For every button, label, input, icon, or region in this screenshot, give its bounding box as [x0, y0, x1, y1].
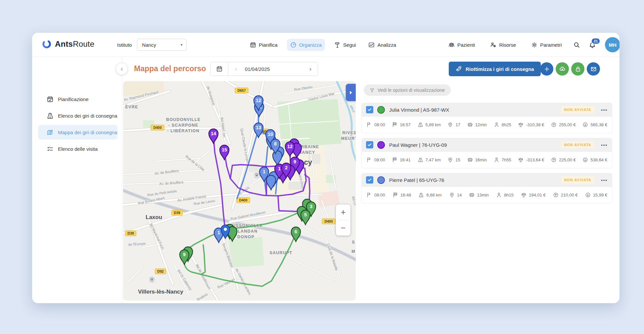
tab-pianifica[interactable]: Pianifica: [247, 39, 281, 51]
route-status-badge: NON AVVIATA: [561, 106, 595, 113]
brand-bold: Ants: [55, 39, 73, 48]
institute-select[interactable]: Nancy ▾: [137, 39, 187, 51]
expand-panel-button[interactable]: [346, 84, 356, 101]
stat-end: 16:48: [392, 192, 411, 198]
sidebar-item-label: Mappa dei giri di consegna: [58, 130, 117, 135]
sidebar-item-mappa-giri[interactable]: Mappa dei giri di consegna: [38, 125, 117, 139]
stat-in: 210,00 €: [553, 192, 578, 198]
route-map[interactable]: D657D400D65D400D39D39D400D92Av. Raymond …: [123, 81, 356, 301]
download-cloud-button[interactable]: [556, 62, 569, 76]
route-checkbox[interactable]: [366, 141, 373, 148]
route-name: Julia Virmond | AS-987-WX: [389, 107, 561, 113]
nav-label: Risorse: [499, 42, 516, 48]
stat-out: 15,99 €: [585, 192, 607, 198]
rocket-icon: [455, 66, 462, 72]
reoptimize-label: Riottimizza i giri di consegna: [466, 66, 534, 72]
calendar-icon: [216, 66, 223, 72]
stat-duration: 7h55: [494, 157, 511, 163]
previous-day-button[interactable]: ‹: [228, 62, 244, 76]
finish-flag-icon: [392, 157, 397, 163]
antsroute-app-window: AntsRoute Istituto Nancy ▾ Pianifica Org…: [32, 33, 620, 303]
route-name: Pierre Patel | 65-UYG-76: [389, 177, 561, 183]
stat-start: 08:00: [366, 192, 385, 198]
gear-icon: [531, 42, 537, 48]
route-status-badge: NON AVVIATA: [561, 141, 595, 148]
route-color-dot: [377, 176, 385, 184]
stat-value: 15: [455, 157, 460, 162]
route-stats: 08:0016:417,47 km1516min7h55-313,64 €225…: [361, 152, 612, 168]
road-icon: [418, 192, 424, 198]
lock-icon: [575, 66, 581, 73]
sidebar-item-pianificazione[interactable]: Pianificazione: [38, 92, 117, 106]
city-label: Laxou: [146, 214, 162, 220]
nav-risorse[interactable]: Risorse: [487, 39, 519, 51]
add-route-button[interactable]: [540, 62, 553, 76]
nav-parametri[interactable]: Parametri: [528, 39, 565, 51]
stat-value: 16:48: [400, 193, 411, 197]
send-mail-button[interactable]: [587, 62, 600, 76]
sidebar-item-label: Elenco delle visita: [58, 146, 98, 152]
svg-text:12: 12: [287, 144, 293, 149]
zoom-out-button[interactable]: −: [336, 220, 350, 236]
chart-icon: [368, 42, 375, 48]
sidebar-divider: [122, 57, 122, 303]
finish-flag-icon: [392, 122, 397, 128]
reoptimize-button[interactable]: Riottimizza i giri di consegna: [449, 62, 541, 76]
stat-value: 210,00 €: [561, 193, 578, 197]
svg-text:12: 12: [256, 98, 261, 103]
brand-rest: Route: [73, 39, 94, 48]
nav-pazienti[interactable]: Pazienti: [445, 39, 478, 51]
check-icon: [367, 107, 372, 112]
stat-value: 8h25: [502, 122, 511, 127]
stat-in: 225,00 €: [551, 157, 576, 163]
lock-button[interactable]: [571, 62, 584, 76]
stat-stops: 14: [449, 192, 462, 198]
search-button[interactable]: [574, 42, 580, 48]
avatar[interactable]: MH: [605, 37, 620, 52]
zoom-in-button[interactable]: +: [336, 204, 350, 220]
route-stats: 08:0016:486,66 km1413min8h15194,01 €210,…: [361, 187, 612, 203]
pin-icon: [449, 192, 455, 198]
tab-analizza[interactable]: Analizza: [365, 39, 399, 51]
notifications-button[interactable]: 21: [588, 41, 596, 49]
stat-start: 08:00: [366, 122, 385, 128]
svg-text:1: 1: [217, 230, 220, 235]
arrow-down-circle-icon: [582, 122, 588, 128]
current-date[interactable]: 01/04/2025: [244, 62, 303, 76]
cloud-download-icon: [559, 66, 566, 73]
route-menu-button[interactable]: •••: [601, 178, 608, 183]
route-menu-button[interactable]: •••: [601, 142, 608, 147]
secondary-nav: Pazienti Risorse Parametri 21 MH: [445, 33, 620, 57]
sidebar-item-elenco-visite[interactable]: Elenco delle visita: [38, 141, 117, 156]
district-label: SAURUPT: [270, 250, 293, 255]
stat-balance: 194,01 €: [521, 192, 546, 198]
display-options-button[interactable]: Vedi le opzioni di visualizzazione: [364, 84, 451, 96]
top-navbar: AntsRoute Istituto Nancy ▾ Pianifica Org…: [32, 33, 620, 57]
stat-value: 08:00: [374, 157, 385, 162]
tab-segui[interactable]: Segui: [331, 39, 359, 51]
route-menu-button[interactable]: •••: [601, 107, 608, 112]
stat-value: 17: [455, 122, 460, 127]
pin-icon: [447, 122, 453, 128]
svg-text:5: 5: [304, 212, 307, 217]
svg-text:1: 1: [278, 166, 281, 171]
route-checkbox[interactable]: [366, 176, 373, 184]
road-shield-label: D39: [127, 231, 134, 235]
pin-icon: [447, 157, 453, 163]
svg-text:9: 9: [294, 159, 296, 164]
stat-value: 255,00 €: [559, 122, 576, 127]
route-checkbox[interactable]: [366, 106, 373, 113]
next-day-button[interactable]: ›: [303, 62, 318, 76]
desktop-background: AntsRoute Istituto Nancy ▾ Pianifica Org…: [0, 0, 644, 334]
sidebar-item-label: Pianificazione: [58, 96, 89, 102]
district-label: M: [351, 249, 355, 254]
back-button[interactable]: ‹: [116, 63, 127, 75]
map-pin-icon: [47, 129, 54, 136]
antsroute-logo-icon: [41, 39, 52, 49]
arrow-up-circle-icon: [551, 157, 557, 163]
tab-organizza[interactable]: Organizza: [287, 39, 325, 51]
sidebar-item-elenco-giri[interactable]: Elenco dei giri di consegna: [38, 108, 117, 123]
calendar-picker-button[interactable]: [210, 62, 228, 76]
stat-value: -313,64 €: [526, 157, 544, 162]
tab-label: Analizza: [377, 42, 396, 48]
